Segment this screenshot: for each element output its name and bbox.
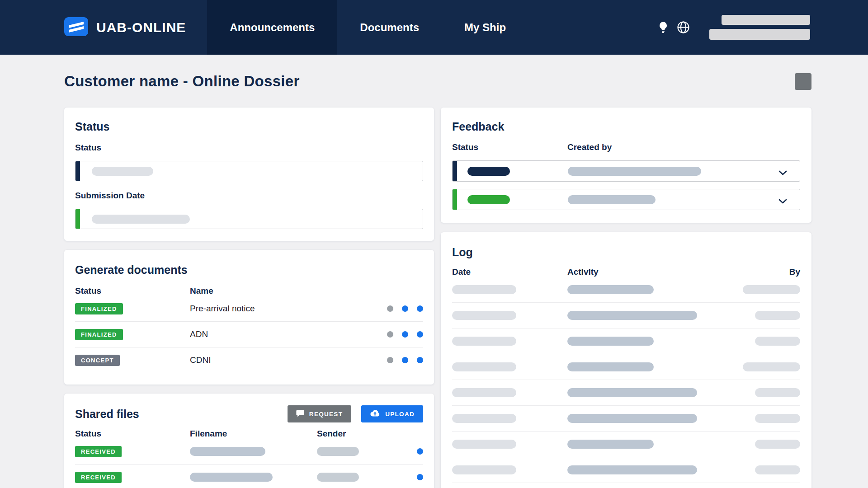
page-action-button[interactable] (795, 73, 811, 90)
request-button[interactable]: REQUEST (288, 405, 351, 422)
page-title: Customer name - Online Dossier (64, 73, 300, 90)
skeleton-activity (567, 337, 654, 346)
main-nav: Announcements Documents My Ship (207, 0, 528, 55)
log-row (452, 406, 800, 432)
column-header-activity: Activity (567, 267, 789, 277)
skeleton-date (452, 440, 516, 449)
skeleton-date (452, 285, 516, 294)
skeleton-activity (567, 362, 654, 371)
gray-dot-icon[interactable] (387, 331, 393, 338)
chevron-down-icon (778, 169, 787, 177)
log-title: Log (452, 246, 800, 259)
globe-icon[interactable] (673, 18, 693, 38)
skeleton-submission-value (92, 215, 190, 224)
log-row (452, 457, 800, 483)
skeleton-by (755, 337, 800, 346)
column-header-created-by: Created by (567, 142, 800, 152)
skeleton-filename (190, 447, 265, 456)
document-row: CONCEPT CDNI (75, 347, 423, 373)
skeleton-by (755, 311, 800, 320)
column-header-date: Date (452, 267, 567, 277)
uab-online-logo-icon (64, 17, 88, 38)
column-header-status: Status (75, 286, 190, 296)
blue-dot-icon[interactable] (402, 357, 408, 363)
upload-button[interactable]: UPLOAD (361, 405, 423, 422)
skeleton-by (755, 465, 800, 474)
log-row (452, 354, 800, 380)
column-header-sender: Sender (317, 429, 423, 439)
status-badge: FINALIZED (75, 329, 123, 340)
skeleton-activity (567, 311, 697, 320)
submission-date-label: Submission Date (75, 191, 423, 201)
shared-files-title: Shared files (75, 408, 139, 421)
skeleton-created-by (568, 167, 701, 176)
status-card: Status Status Submission Date (64, 108, 434, 241)
feedback-status-select[interactable] (452, 160, 800, 182)
skeleton-bar (709, 29, 810, 40)
skeleton-date (452, 388, 516, 397)
blue-dot-icon[interactable] (417, 448, 423, 455)
skeleton-status-value (92, 167, 153, 176)
skeleton-by (743, 285, 800, 294)
status-badge: RECEIVED (75, 472, 122, 483)
feedback-accent-bar (453, 161, 457, 181)
column-header-status: Status (75, 429, 190, 439)
document-name: Pre-arrival notice (190, 304, 387, 314)
blue-dot-icon[interactable] (417, 331, 423, 338)
shared-files-card: Shared files REQUEST (64, 394, 434, 488)
column-header-filename: Filename (190, 429, 317, 439)
blue-dot-icon[interactable] (417, 357, 423, 363)
status-badge: CONCEPT (75, 355, 120, 366)
skeleton-bar (722, 15, 810, 25)
shared-file-row: RECEIVED (75, 465, 423, 488)
skeleton-sender (317, 447, 359, 456)
request-button-label: REQUEST (309, 411, 343, 418)
skeleton-by (755, 388, 800, 397)
upload-button-label: UPLOAD (385, 411, 415, 418)
log-row (452, 380, 800, 406)
skeleton-by (743, 362, 800, 371)
skeleton-status-value (467, 167, 510, 176)
skeleton-activity (567, 440, 654, 449)
status-field-label: Status (75, 143, 423, 153)
brand[interactable]: UAB-ONLINE (64, 0, 186, 55)
gray-dot-icon[interactable] (387, 357, 393, 363)
document-row: FINALIZED ADN (75, 322, 423, 347)
feedback-accent-bar (453, 189, 457, 210)
column-header-status: Status (452, 142, 567, 152)
blue-dot-icon[interactable] (417, 305, 423, 312)
document-name: CDNI (190, 355, 387, 365)
status-input[interactable] (75, 161, 423, 181)
skeleton-activity (567, 465, 697, 474)
skeleton-by (755, 414, 800, 423)
blue-dot-icon[interactable] (402, 305, 408, 312)
blue-dot-icon[interactable] (402, 331, 408, 338)
blue-dot-icon[interactable] (417, 474, 423, 480)
skeleton-filename (190, 473, 273, 482)
nav-item-my-ship[interactable]: My Ship (442, 0, 528, 55)
feedback-status-select[interactable] (452, 189, 800, 210)
log-row (452, 303, 800, 328)
status-card-title: Status (75, 120, 423, 133)
brand-name: UAB-ONLINE (96, 20, 186, 35)
status-badge: FINALIZED (75, 303, 123, 314)
log-row (452, 277, 800, 303)
log-row (452, 483, 800, 488)
column-header-by: By (789, 267, 800, 277)
skeleton-date (452, 337, 516, 346)
column-header-name: Name (190, 286, 423, 296)
status-badge: RECEIVED (75, 446, 122, 457)
log-row (452, 432, 800, 457)
document-row: FINALIZED Pre-arrival notice (75, 296, 423, 322)
lightbulb-icon[interactable] (653, 18, 673, 38)
gray-dot-icon[interactable] (387, 305, 393, 312)
skeleton-date (452, 465, 516, 474)
nav-item-documents[interactable]: Documents (337, 0, 442, 55)
log-card: Log Date Activity By (441, 232, 811, 488)
feedback-card: Feedback Status Created by (441, 108, 811, 223)
submission-date-input[interactable] (75, 209, 423, 229)
skeleton-date (452, 414, 516, 423)
chat-bubble-icon (296, 410, 304, 418)
navbar: UAB-ONLINE Announcements Documents My Sh… (0, 0, 868, 55)
nav-item-announcements[interactable]: Announcements (207, 0, 337, 55)
